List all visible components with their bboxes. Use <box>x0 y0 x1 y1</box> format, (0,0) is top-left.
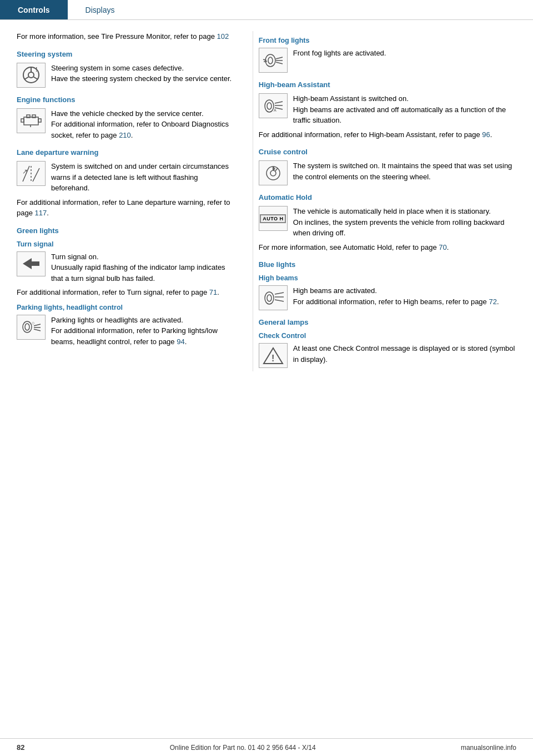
high-beams-icon-block: High beams are activated. For additional… <box>259 285 516 310</box>
green-lights-heading: Green lights <box>17 226 236 235</box>
high-beam-assistant-link[interactable]: 96 <box>482 130 490 139</box>
front-fog-text1: Front fog lights are activated. <box>293 49 386 57</box>
intro-link[interactable]: 102 <box>217 32 229 41</box>
front-fog-text: Front fog lights are activated. <box>293 48 516 73</box>
high-beam-assistant-text: High-beam Assistant is switched on. High… <box>293 93 516 126</box>
high-beam-assistant-section: High-beam Assistant A High-beam Assistan… <box>259 80 516 140</box>
check-control-section: Check Control ! At least one Check Contr… <box>259 332 516 368</box>
lane-para2: For additional information, refer to Lan… <box>17 197 236 219</box>
steering-icon: ! <box>17 63 46 88</box>
parking-lights-text1: Parking lights or headlights are activat… <box>51 316 183 324</box>
high-beam-assistant-para: For additional information, refer to Hig… <box>259 129 516 140</box>
lane-text1: System is switched on and under certain … <box>51 162 229 192</box>
turn-signal-section: Turn signal Turn signal on. Unusually ra… <box>17 240 236 298</box>
steering-icon-block: ! Steering system in some cases defectiv… <box>17 63 236 88</box>
turn-signal-text2: Unusually rapid flashing of the indicato… <box>51 263 225 283</box>
turn-signal-text1: Turn signal on. <box>51 253 99 261</box>
svg-line-3 <box>24 77 29 80</box>
tab-controls-label: Controls <box>18 6 50 14</box>
high-beams-section: High beams High beams are activated. For… <box>259 274 516 310</box>
turn-signal-link[interactable]: 71 <box>209 288 217 296</box>
parking-lights-section: Parking lights, headlight control ○ Park… <box>17 304 236 347</box>
steering-text1: Steering system in some cases defective. <box>51 64 184 72</box>
high-beams-icon <box>259 285 288 310</box>
engine-icon-block: Have the vehicle checked by the service … <box>17 108 236 141</box>
svg-point-17 <box>23 321 32 332</box>
engine-link-suffix: . <box>131 131 133 139</box>
engine-text1: Have the vehicle checked by the service … <box>51 109 204 118</box>
svg-line-20 <box>34 324 41 326</box>
footer-right-text: manualsonline.info <box>461 744 516 752</box>
high-beam-assistant-text2: High beams are activated and off automat… <box>293 105 506 125</box>
svg-line-44 <box>275 300 284 301</box>
high-beam-assistant-text3: For additional information, refer to Hig… <box>259 130 482 139</box>
parking-lights-link-suffix: . <box>185 337 187 346</box>
front-fog-icon <box>259 48 288 73</box>
lane-departure-heading: Lane departure warning <box>17 148 236 157</box>
svg-rect-9 <box>21 119 24 122</box>
turn-signal-heading: Turn signal <box>17 240 236 248</box>
steering-text2: Have the steering system checked by the … <box>51 74 232 83</box>
automatic-hold-text2: On inclines, the system prevents the veh… <box>293 218 505 238</box>
engine-link[interactable]: 210 <box>119 131 131 139</box>
intro-paragraph: For more information, see Tire Pressure … <box>17 31 236 42</box>
intro-text: For more information, see Tire Pressure … <box>17 32 217 41</box>
automatic-hold-section: Automatic Hold AUTO H The vehicle is aut… <box>259 193 516 253</box>
svg-marker-16 <box>23 258 39 269</box>
check-control-text1: At least one Check Control message is di… <box>293 344 515 364</box>
engine-text: Have the vehicle checked by the service … <box>51 108 236 141</box>
main-content: For more information, see Tire Pressure … <box>0 20 533 382</box>
page-number: 82 <box>17 743 24 752</box>
left-column: For more information, see Tire Pressure … <box>17 31 242 371</box>
steering-system-section: Steering system ! Steering system in som… <box>17 50 236 88</box>
automatic-hold-icon-block: AUTO H The vehicle is automatically held… <box>259 206 516 239</box>
automatic-hold-para: For more information, see Automatic Hold… <box>259 242 516 253</box>
turn-signal-icon <box>17 251 46 276</box>
high-beams-link[interactable]: 72 <box>489 298 496 306</box>
svg-line-39 <box>275 168 278 171</box>
automatic-hold-link[interactable]: 70 <box>439 243 446 251</box>
svg-line-42 <box>275 293 284 294</box>
svg-point-1 <box>28 72 34 78</box>
lane-link[interactable]: 117 <box>35 209 47 217</box>
svg-rect-7 <box>27 115 30 118</box>
svg-line-25 <box>276 57 283 59</box>
steering-system-heading: Steering system <box>17 50 236 58</box>
high-beam-assistant-link-suffix: . <box>490 130 492 139</box>
steering-text: Steering system in some cases defective.… <box>51 63 236 88</box>
lane-departure-icon: ↗ <box>17 161 46 186</box>
turn-signal-para: For additional information, refer to Tur… <box>17 287 236 298</box>
check-control-icon-block: ! At least one Check Control message is … <box>259 343 516 368</box>
svg-line-27 <box>276 62 283 64</box>
svg-text:A: A <box>274 108 276 112</box>
automatic-hold-text3: For more information, see Automatic Hold… <box>259 243 439 251</box>
tab-controls[interactable]: Controls <box>0 0 68 19</box>
svg-point-41 <box>267 295 271 301</box>
check-control-text: At least one Check Control message is di… <box>293 343 516 368</box>
high-beam-assistant-heading: High-beam Assistant <box>259 80 516 89</box>
automatic-hold-text1: The vehicle is automatically held in pla… <box>293 207 491 215</box>
svg-point-18 <box>25 324 29 330</box>
automatic-hold-text: The vehicle is automatically held in pla… <box>293 206 516 239</box>
turn-signal-link-suffix: . <box>217 288 219 296</box>
cruise-control-text: The system is switched on. It maintains … <box>293 160 516 185</box>
parking-lights-icon-block: ○ Parking lights or headlights are activ… <box>17 315 236 347</box>
high-beam-assistant-icon: A <box>259 93 288 118</box>
svg-point-37 <box>270 170 276 176</box>
tab-displays[interactable]: Displays <box>68 0 133 19</box>
svg-line-14 <box>33 168 39 182</box>
cruise-control-icon-block: The system is switched on. It maintains … <box>259 160 516 185</box>
parking-lights-link[interactable]: 94 <box>177 337 184 346</box>
svg-point-31 <box>267 103 271 109</box>
svg-rect-8 <box>32 115 36 118</box>
turn-signal-text: Turn signal on. Unusually rapid flashing… <box>51 251 236 284</box>
parking-lights-text2: For additional information, refer to Par… <box>51 326 218 346</box>
svg-point-23 <box>265 54 275 67</box>
turn-signal-text3: For additional information, refer to Tur… <box>17 288 209 296</box>
high-beams-link-suffix: . <box>497 298 499 306</box>
svg-point-30 <box>265 100 274 112</box>
engine-icon <box>17 108 46 133</box>
svg-line-29 <box>263 59 266 61</box>
lane-text: System is switched on and under certain … <box>51 161 236 194</box>
footer-center-text: Online Edition for Part no. 01 40 2 956 … <box>170 744 316 752</box>
